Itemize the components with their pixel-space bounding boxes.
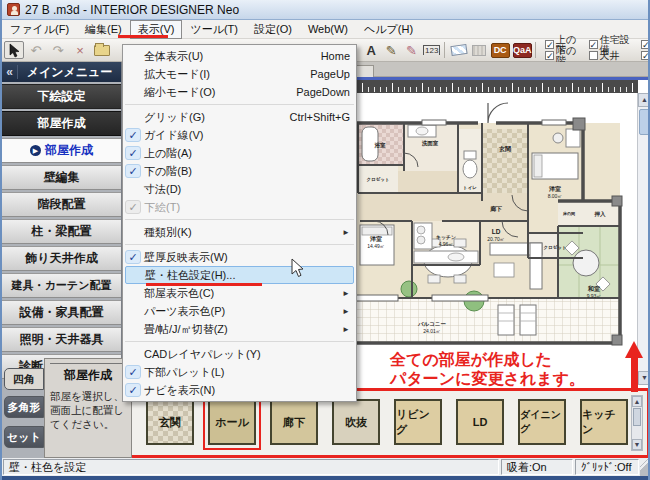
clipped-checkbox-group: ✓ ✓ <box>641 39 650 61</box>
menu-web[interactable]: Web(W) <box>300 21 356 37</box>
room-button-living[interactable]: リビング <box>394 399 442 445</box>
scrollbar-thumb[interactable] <box>639 109 650 135</box>
menu-settings[interactable]: 設定(O) <box>246 20 300 39</box>
menu-item-zoom-in-mode[interactable]: 拡大モード(I)PageUp <box>123 65 356 83</box>
equipment-visibility-group: ✓住宅設備 天井 <box>589 39 635 61</box>
sidebar-title: メインメニュー <box>18 64 121 81</box>
room-label: 洋室 <box>548 185 561 192</box>
delete-button[interactable]: × <box>70 41 90 59</box>
select-tool-button[interactable] <box>4 41 24 59</box>
menu-item-wall-pillar-color[interactable]: 壁・柱色設定(H)... <box>125 266 354 284</box>
room-label: キッチン <box>436 234 456 240</box>
equipment-checkbox[interactable]: ✓ <box>589 40 598 49</box>
menu-item-wall-thickness[interactable]: ✓壁厚反映表示(W) <box>123 248 356 266</box>
clipped-checkbox[interactable]: ✓ <box>641 40 650 49</box>
title-bar[interactable]: 27 B .m3d - INTERIOR DESIGNER Neo <box>2 0 650 20</box>
collapse-sidebar-icon[interactable]: « <box>2 65 18 79</box>
open-file-button[interactable] <box>92 41 112 59</box>
scroll-up-button[interactable]: ▲ <box>638 93 650 107</box>
tab-polygon[interactable]: 多角形 <box>4 396 44 418</box>
sidebar-item-shomei[interactable]: 照明・天井器具 <box>2 327 121 352</box>
room-button-rouka[interactable]: 廊下 <box>270 399 318 445</box>
sidebar-item-setsubi[interactable]: 設備・家具配置 <box>2 300 121 325</box>
menu-item-lower-floor[interactable]: ✓下の階(B) <box>123 162 356 180</box>
pencil-icon: ✎ <box>386 44 397 57</box>
menu-item-upper-floor[interactable]: ✓上の階(A) <box>123 144 356 162</box>
toolbar-separator <box>444 42 445 58</box>
sidebar-section-heya-sakusei[interactable]: 部屋作成 <box>2 111 121 136</box>
status-grid: ｸﾞﾘｯﾄﾞ:Off <box>575 459 639 475</box>
check-icon: ✓ <box>125 146 141 160</box>
menu-item-unit-toggle[interactable]: 畳/帖/J/㎡切替(Z)► <box>123 320 356 338</box>
menu-separator <box>125 244 354 245</box>
menu-item-fit-view[interactable]: 全体表示(U)Home <box>123 47 356 65</box>
menu-item-zoom-out-mode[interactable]: 縮小モード(O)PageDown <box>123 83 356 101</box>
palette-icon <box>472 45 486 56</box>
menu-item-bottom-palette[interactable]: ✓下部パレット(L) <box>123 363 356 381</box>
submenu-arrow-icon: ► <box>342 228 350 237</box>
dimension-tool-button[interactable]: 123 <box>423 41 441 59</box>
clipped-checkbox[interactable]: ✓ <box>641 51 650 60</box>
resize-grip[interactable] <box>640 458 650 476</box>
sidebar-item-kabe-henshu[interactable]: 壁編集 <box>2 165 121 190</box>
menu-item-grid[interactable]: グリッド(G)Ctrl+Shift+G <box>123 108 356 126</box>
palette-tool-button[interactable] <box>470 41 488 59</box>
room-button-hall[interactable]: ホール <box>208 399 256 445</box>
menu-help[interactable]: ヘルプ(H) <box>356 20 421 39</box>
room-area: 20.70㎡ <box>487 236 505 242</box>
text-tool-button[interactable]: A <box>362 41 380 59</box>
annotation-line2: パターンに変更されます。 <box>390 369 650 388</box>
window-border-bottom <box>2 476 650 480</box>
menu-item-dimensions[interactable]: 寸法(D) <box>123 180 356 198</box>
status-bar: 壁・柱色を設定 吸着:On ｸﾞﾘｯﾄﾞ:Off <box>2 458 650 476</box>
qa-icon: QaA <box>513 43 532 58</box>
submenu-arrow-icon: ► <box>342 289 350 298</box>
menu-item-guide-lines[interactable]: ✓ガイド線(V) <box>123 126 356 144</box>
menu-item-room-display-color[interactable]: 部屋表示色(C)► <box>123 284 356 302</box>
pen-tool-button[interactable]: ✎ <box>382 41 400 59</box>
menu-item-show-navi[interactable]: ✓ナビを表示(N) <box>123 381 356 399</box>
upper-floor-checkbox[interactable]: ✓ <box>545 40 554 49</box>
palette-scroll-down-button[interactable]: ▼ <box>632 439 642 450</box>
sidebar-item-kazari-tenjo[interactable]: 飾り天井作成 <box>2 246 121 271</box>
room-label: クロゼット <box>366 176 389 183</box>
room-button-kitchen[interactable]: キッチン <box>580 399 628 445</box>
tab-set[interactable]: セット <box>4 426 44 448</box>
check-icon: ✓ <box>125 365 141 379</box>
room-button-ld[interactable]: LD <box>456 399 504 445</box>
room-label: 和室 <box>587 285 600 292</box>
room-button-genkan[interactable]: 玄関 <box>146 399 194 445</box>
menu-file[interactable]: ファイル(F) <box>2 20 77 39</box>
qa-button[interactable]: QaA <box>512 41 532 59</box>
room-button-fukinuke[interactable]: 吹抜 <box>332 399 380 445</box>
menu-tool[interactable]: ツール(T) <box>182 20 246 39</box>
text-icon: A <box>366 43 375 58</box>
palette-scroll-up-button[interactable]: ▲ <box>632 396 642 407</box>
palette-scrollbar[interactable]: ▲ ▼ <box>631 395 643 451</box>
sidebar-item-heya-sakusei[interactable]: ▶ 部屋作成 <box>2 138 121 163</box>
measure-tool-button[interactable] <box>450 41 468 59</box>
ceiling-checkbox[interactable] <box>589 51 598 60</box>
sidebar-item-tategu[interactable]: 建具・カーテン配置 <box>2 273 121 298</box>
sidebar-header: « メインメニュー <box>2 62 121 82</box>
sidebar-item-shitae[interactable]: 下絵設定 <box>2 84 121 109</box>
room-area: 4.96㎡ <box>439 241 454 247</box>
dc-button[interactable]: DC <box>490 41 510 59</box>
sidebar-item-kaidan[interactable]: 階段配置 <box>2 192 121 217</box>
floor-visibility-group: ✓上の階 ✓下の階 <box>545 39 583 61</box>
panel-title: 部屋作成 <box>50 363 126 384</box>
canvas-tab[interactable] <box>354 65 374 77</box>
toolbar-separator <box>535 42 536 58</box>
app-window: 27 B .m3d - INTERIOR DESIGNER Neo ファイル(F… <box>0 0 650 480</box>
marker-tool-button[interactable]: ✎ <box>402 41 420 59</box>
sidebar-item-hashira[interactable]: 柱・梁配置 <box>2 219 121 244</box>
redo-button[interactable]: ↷ <box>48 41 68 59</box>
room-button-dining[interactable]: ダイニング <box>518 399 566 445</box>
menu-item-parts-display-color[interactable]: パーツ表示色(P)► <box>123 302 356 320</box>
menu-item-by-type[interactable]: 種類別(K)► <box>123 223 356 241</box>
palette-scrollbar-thumb[interactable] <box>633 408 641 426</box>
menu-item-cad-layer-palette[interactable]: CADレイヤパレット(Y) <box>123 345 356 363</box>
lower-floor-checkbox[interactable]: ✓ <box>545 51 554 60</box>
undo-button[interactable]: ↶ <box>26 41 46 59</box>
tab-rectangle[interactable]: 四角 <box>4 368 44 390</box>
